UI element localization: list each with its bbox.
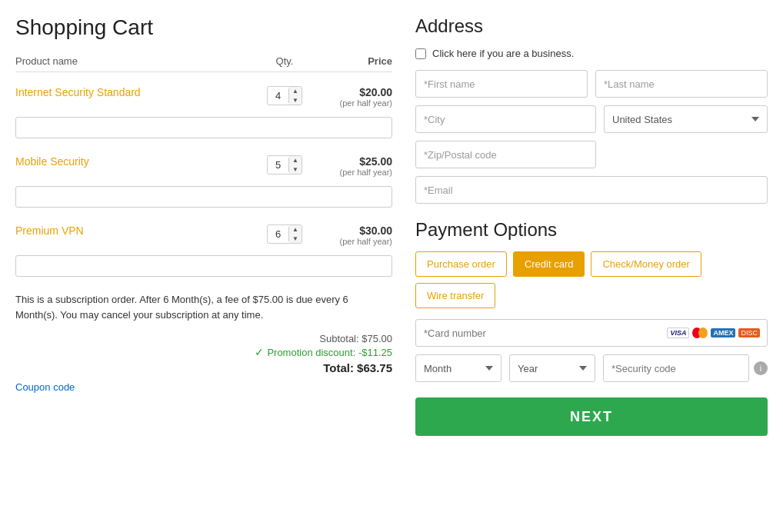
qty-arrows-3: ▲ ▼ bbox=[289, 225, 302, 243]
checkmark-icon: ✓ bbox=[255, 346, 264, 358]
qty-value-1: 4 bbox=[268, 88, 289, 103]
wire-transfer-button[interactable]: Wire transfer bbox=[415, 283, 495, 308]
qty-up-3[interactable]: ▲ bbox=[289, 225, 302, 234]
discount-label: Promotion discount: -$11.25 bbox=[267, 347, 392, 358]
business-checkbox[interactable] bbox=[415, 48, 426, 59]
purchase-order-button[interactable]: Purchase order bbox=[415, 251, 507, 277]
product-name-2: Mobile Security bbox=[15, 155, 254, 168]
business-label: Click here if you are a business. bbox=[432, 48, 574, 59]
coupon-code-link[interactable]: Coupon code bbox=[15, 381, 75, 393]
qty-stepper-3[interactable]: 6 ▲ ▼ bbox=[267, 224, 302, 244]
check-money-order-button[interactable]: Check/Money order bbox=[591, 251, 701, 277]
email-row bbox=[415, 176, 768, 204]
qty-stepper-2[interactable]: 5 ▲ ▼ bbox=[267, 155, 302, 175]
qty-arrows-2: ▲ ▼ bbox=[289, 156, 302, 174]
qty-control-2: 5 ▲ ▼ bbox=[254, 155, 315, 175]
last-name-field[interactable] bbox=[595, 70, 768, 98]
email-field[interactable] bbox=[415, 176, 768, 204]
card-number-row: VISA AMEX DISC bbox=[415, 319, 768, 347]
qty-control-1: 4 ▲ ▼ bbox=[254, 86, 315, 105]
mastercard-icon bbox=[692, 328, 708, 338]
right-panel: Address Click here if you are a business… bbox=[408, 15, 768, 436]
header-product-col: Product name bbox=[15, 55, 254, 67]
business-checkbox-row: Click here if you are a business. bbox=[415, 48, 768, 59]
price-col-3: $30.00 (per half year) bbox=[315, 224, 392, 246]
table-row: Premium VPN 6 ▲ ▼ $30.00 (per half year) bbox=[15, 217, 392, 249]
qty-up-1[interactable]: ▲ bbox=[289, 87, 302, 96]
expiry-security-row: Month JanuaryFebruaryMarch AprilMayJune … bbox=[415, 354, 768, 382]
price-main-2: $25.00 bbox=[315, 155, 392, 168]
security-info-icon[interactable]: i bbox=[754, 361, 768, 375]
payment-title: Payment Options bbox=[415, 219, 768, 241]
price-sub-1: (per half year) bbox=[315, 98, 392, 108]
year-select-wrapper: Year 202420252026 202720282029 bbox=[509, 354, 595, 382]
qty-up-2[interactable]: ▲ bbox=[289, 156, 302, 165]
qty-down-3[interactable]: ▼ bbox=[289, 234, 302, 244]
price-sub-2: (per half year) bbox=[315, 168, 392, 177]
qty-value-2: 5 bbox=[268, 158, 289, 172]
address-title: Address bbox=[415, 15, 768, 37]
visa-icon: VISA bbox=[667, 328, 689, 338]
promo-input-1[interactable] bbox=[15, 117, 392, 138]
header-qty-col: Qty. bbox=[254, 55, 315, 67]
discover-icon: DISC bbox=[738, 328, 760, 337]
qty-value-3: 6 bbox=[268, 227, 289, 241]
subtotal-row: Subtotal: $75.00 bbox=[15, 333, 392, 344]
qty-down-2[interactable]: ▼ bbox=[289, 165, 302, 175]
country-select[interactable]: Please choose ... United States bbox=[604, 105, 768, 133]
shopping-cart-panel: Shopping Cart Product name Qty. Price In… bbox=[15, 15, 392, 436]
city-field[interactable] bbox=[415, 105, 596, 133]
table-row: Internet Security Standard 4 ▲ ▼ $20.00 … bbox=[15, 78, 392, 111]
totals-section: Subtotal: $75.00 ✓ Promotion discount: -… bbox=[15, 333, 392, 374]
year-select[interactable]: Year 202420252026 202720282029 bbox=[509, 354, 595, 382]
cart-title: Shopping Cart bbox=[15, 15, 392, 40]
product-name-3: Premium VPN bbox=[15, 224, 254, 237]
promo-input-2[interactable] bbox=[15, 186, 392, 208]
cart-header: Product name Qty. Price bbox=[15, 55, 392, 72]
card-brand-icons: VISA AMEX DISC bbox=[667, 328, 760, 338]
payment-method-buttons: Purchase order Credit card Check/Money o… bbox=[415, 251, 768, 308]
first-name-field[interactable] bbox=[415, 70, 588, 98]
security-code-wrap: i bbox=[603, 354, 768, 382]
price-main-1: $20.00 bbox=[315, 86, 392, 98]
price-sub-3: (per half year) bbox=[315, 237, 392, 246]
payment-section: Payment Options Purchase order Credit ca… bbox=[415, 219, 768, 436]
discount-row: ✓ Promotion discount: -$11.25 bbox=[15, 346, 392, 358]
security-code-field[interactable] bbox=[603, 354, 749, 382]
qty-control-3: 6 ▲ ▼ bbox=[254, 224, 315, 244]
price-col-1: $20.00 (per half year) bbox=[315, 86, 392, 108]
country-select-wrapper: Please choose ... United States bbox=[604, 105, 768, 133]
total-row: Total: $63.75 bbox=[15, 361, 392, 374]
credit-card-button[interactable]: Credit card bbox=[513, 251, 585, 277]
qty-down-1[interactable]: ▼ bbox=[289, 96, 302, 105]
price-main-3: $30.00 bbox=[315, 224, 392, 237]
month-select[interactable]: Month JanuaryFebruaryMarch AprilMayJune … bbox=[415, 354, 501, 382]
qty-arrows-1: ▲ ▼ bbox=[289, 87, 302, 105]
zip-row bbox=[415, 141, 768, 168]
price-col-2: $25.00 (per half year) bbox=[315, 155, 392, 177]
city-country-row: Please choose ... United States bbox=[415, 105, 768, 133]
qty-stepper-1[interactable]: 4 ▲ ▼ bbox=[267, 86, 302, 105]
amex-icon: AMEX bbox=[711, 328, 735, 337]
month-select-wrapper: Month JanuaryFebruaryMarch AprilMayJune … bbox=[415, 354, 501, 382]
promo-input-3[interactable] bbox=[15, 255, 392, 277]
name-row bbox=[415, 70, 768, 98]
header-price-col: Price bbox=[315, 55, 392, 67]
next-button[interactable]: NEXT bbox=[415, 397, 768, 436]
subscription-note: This is a subscription order. After 6 Mo… bbox=[15, 292, 392, 322]
zip-field[interactable] bbox=[415, 141, 596, 168]
product-name-1: Internet Security Standard bbox=[15, 86, 254, 98]
table-row: Mobile Security 5 ▲ ▼ $25.00 (per half y… bbox=[15, 148, 392, 180]
